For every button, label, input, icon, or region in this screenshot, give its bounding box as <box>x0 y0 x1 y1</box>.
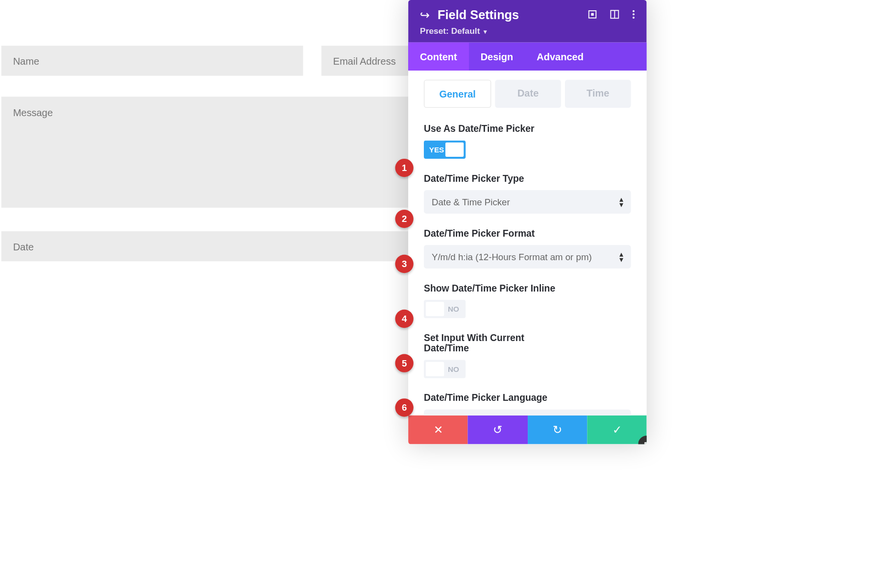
chevron-updown-icon: ▴▾ <box>619 196 623 207</box>
tab-advanced[interactable]: Advanced <box>525 43 595 71</box>
annotation-badge-2: 2 <box>395 210 413 228</box>
annotation-badge-6: 6 <box>395 398 413 416</box>
tab-design[interactable]: Design <box>469 43 525 71</box>
svg-point-4 <box>633 10 635 12</box>
check-icon: ✓ <box>612 423 622 437</box>
layout-icon[interactable] <box>610 9 619 21</box>
name-input[interactable] <box>1 46 303 75</box>
picker-format-select[interactable]: Y/m/d h:ia (12-Hours Format am or pm) ▴▾ <box>424 245 631 269</box>
use-as-picker-toggle[interactable]: YES <box>424 141 466 159</box>
svg-rect-1 <box>591 13 593 15</box>
tab-content[interactable]: Content <box>408 43 469 71</box>
expand-icon[interactable] <box>588 9 597 21</box>
undo-button[interactable]: ↺ <box>468 416 528 444</box>
set-current-label: Set Input With Current Date/Time <box>424 332 541 353</box>
panel-body: General Date Time Use As Date/Time Picke… <box>408 71 647 416</box>
picker-type-label: Date/Time Picker Type <box>424 173 631 183</box>
chevron-updown-icon: ▴▾ <box>619 251 623 262</box>
subtab-time[interactable]: Time <box>565 80 631 108</box>
panel-header: ↩ Field Settings Preset: Default ▼ <box>408 0 647 43</box>
svg-point-6 <box>633 16 635 18</box>
show-inline-label: Show Date/Time Picker Inline <box>424 283 631 293</box>
set-current-toggle[interactable]: NO <box>424 360 466 378</box>
picker-type-select[interactable]: Date & Time Picker ▴▾ <box>424 190 631 214</box>
picker-format-label: Date/Time Picker Format <box>424 228 631 238</box>
preset-label[interactable]: Preset: Default ▼ <box>420 26 635 36</box>
svg-point-5 <box>633 13 635 15</box>
subtab-date[interactable]: Date <box>495 80 561 108</box>
panel-title: Field Settings <box>438 8 580 22</box>
annotation-badge-3: 3 <box>395 255 413 273</box>
annotation-badge-5: 5 <box>395 354 413 372</box>
show-inline-toggle[interactable]: NO <box>424 300 466 318</box>
kebab-menu-icon[interactable] <box>632 9 635 21</box>
annotation-badge-1: 1 <box>395 159 413 177</box>
annotation-badge-4: 4 <box>395 310 413 328</box>
panel-footer: ✕ ↺ ↻ ✓ <box>408 416 647 444</box>
main-tabs: Content Design Advanced <box>408 43 647 71</box>
use-as-picker-label: Use As Date/Time Picker <box>424 123 631 134</box>
cancel-button[interactable]: ✕ <box>408 416 468 444</box>
undo-icon: ↺ <box>493 423 502 437</box>
language-select[interactable]: English ▴▾ <box>424 410 631 416</box>
save-button[interactable]: ✓ <box>587 416 647 444</box>
back-arrow-icon[interactable]: ↩ <box>420 8 430 22</box>
language-label: Date/Time Picker Language <box>424 392 631 403</box>
settings-panel: ↩ Field Settings Preset: Default ▼ Conte… <box>408 0 647 444</box>
redo-button[interactable]: ↻ <box>527 416 587 444</box>
subtab-general[interactable]: General <box>424 80 491 108</box>
close-icon: ✕ <box>434 423 443 437</box>
redo-icon: ↻ <box>553 423 562 437</box>
